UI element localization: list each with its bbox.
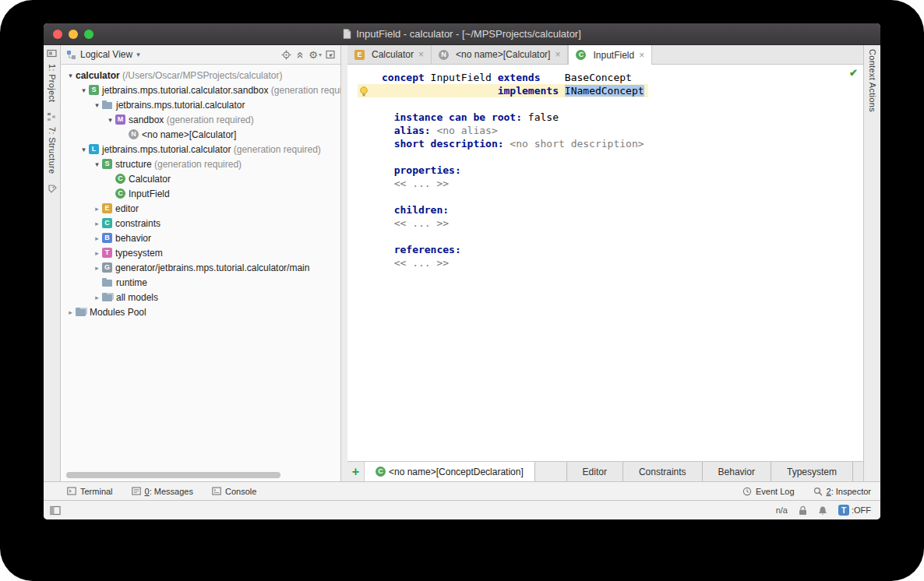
tree-item[interactable]: ▸Eeditor [61,201,340,216]
folder-icon [102,278,113,287]
inspection-ok-icon[interactable]: ✔ [849,67,858,79]
typesystem-status-toggle[interactable]: T :OFF [838,505,871,516]
close-icon[interactable]: × [639,50,644,61]
code-line[interactable]: short description: <no short description… [347,137,863,150]
collapse-arrow-icon[interactable]: ▾ [92,160,102,168]
zoom-window-button[interactable] [84,30,93,39]
collapse-all-icon[interactable] [295,50,305,59]
code-line[interactable] [347,190,863,203]
tree-item[interactable]: CCalculator [61,171,340,186]
aspect-tab-constraints[interactable]: Constraints [622,462,702,481]
tree-item[interactable]: ▸Modules Pool [61,305,340,319]
toolwindow-button-messages[interactable]: 0: Messages [132,487,193,496]
add-aspect-button[interactable]: + [347,462,365,481]
code-line[interactable]: children: [347,203,863,217]
code-line[interactable]: concept InputField extends BaseConcept [347,71,863,84]
code-line[interactable]: references: [347,243,863,256]
toolwindow-button-context-actions[interactable]: Context Actions [868,49,877,112]
tree-item[interactable]: ▾jetbrains.mps.tutorial.calculator [61,97,340,112]
aspect-tab-editor[interactable]: Editor [566,462,622,481]
tree-item[interactable]: N<no name>[Calculator] [61,127,340,142]
tree-item[interactable]: ▸Ttypesystem [61,245,340,260]
toolwindow-switcher-icon[interactable] [50,505,61,516]
code-line[interactable] [347,230,863,243]
toolwindow-button-console[interactable]: Console [212,487,256,496]
structure-toolwindow-icon[interactable] [47,112,57,121]
code-line[interactable]: << ... >> [347,217,863,230]
horizontal-scrollbar-thumb[interactable] [66,472,280,478]
node-icon: N [129,129,139,139]
console-icon [212,487,221,495]
toolwindow-button-event-log[interactable]: Event Log [742,487,795,496]
collapse-arrow-icon[interactable]: ▾ [65,72,76,79]
toolwindow-button-inspector[interactable]: 2: Inspector [813,487,871,496]
tree-item[interactable]: ▾calculator (/Users/Oscar/MPSProjects/ca… [61,68,340,83]
tree-item[interactable]: ▸Bbehavior [61,231,340,245]
close-icon[interactable]: × [555,49,560,60]
expand-arrow-icon[interactable]: ▸ [65,308,76,316]
write-lock-icon[interactable] [799,505,807,516]
close-icon[interactable]: × [418,49,424,60]
concept-editor[interactable]: concept InputField extends BaseConcept i… [347,65,863,461]
expand-arrow-icon[interactable]: ▸ [92,294,102,301]
expand-arrow-icon[interactable]: ▸ [92,234,102,242]
node-tab-concept-declaration[interactable]: C <no name>[ConceptDeclaration] [365,462,535,481]
code-line[interactable]: properties: [347,164,863,177]
code-line[interactable] [347,97,863,111]
intention-bulb-icon[interactable] [359,86,369,97]
tree-item[interactable]: CInputField [61,186,340,201]
tab-inputfield[interactable]: C InputField × [568,45,652,65]
aspect-tab-stub[interactable] [852,462,863,481]
chevron-down-icon[interactable]: ▾ [136,51,140,58]
code-line[interactable]: instance can be root: false [347,111,863,124]
project-tree[interactable]: ▾calculator (/Users/Oscar/MPSProjects/ca… [61,65,340,481]
code-line[interactable] [347,150,863,164]
close-window-button[interactable] [53,30,62,39]
tree-item[interactable]: ▾Sjetbrains.mps.tutorial.calculator.sand… [61,83,340,97]
concept-icon: C [115,188,125,199]
collapse-arrow-icon[interactable]: ▾ [105,116,115,124]
hide-panel-icon[interactable] [326,50,335,59]
settings-gear-icon[interactable]: ⚙▾ [309,49,322,61]
view-selector-label[interactable]: Logical View [80,49,132,60]
code-line[interactable]: << ... >> [347,177,863,190]
project-toolwindow-icon[interactable] [47,49,57,58]
toolwindow-button-terminal[interactable]: Terminal [67,487,113,496]
bookmark-tag-icon[interactable] [48,185,57,194]
tree-item[interactable]: ▾Ljetbrains.mps.tutorial.calculator (gen… [61,142,340,157]
memory-indicator[interactable]: n/a [776,505,788,515]
notifications-bell-icon[interactable] [818,505,827,516]
collapse-arrow-icon[interactable]: ▾ [92,101,102,109]
selected-cell[interactable]: INamedConcept [565,85,644,97]
tree-item[interactable]: ▸Ggenerator/jetbrains.mps.tutorial.calcu… [61,260,340,275]
collapse-arrow-icon[interactable]: ▾ [79,86,89,94]
editor-declaration-icon: E [354,50,365,60]
expand-arrow-icon[interactable]: ▸ [92,220,102,227]
tab-no-name-calculator[interactable]: N <no name>[Calculator] × [432,45,568,64]
toolwindow-button-structure[interactable]: 7: Structure [48,127,57,174]
tree-item[interactable]: ▸all models [61,290,340,305]
tree-item[interactable]: runtime [61,275,340,290]
collapse-arrow-icon[interactable]: ▾ [79,146,89,153]
keyword-text: alias: [382,125,431,136]
solution-icon: S [89,85,99,95]
expand-arrow-icon[interactable]: ▸ [92,205,102,213]
code-area[interactable]: concept InputField extends BaseConcept i… [347,65,863,461]
tree-item[interactable]: ▸Cconstraints [61,216,340,231]
aspect-tab-behavior[interactable]: Behavior [702,462,771,481]
tree-item[interactable]: ▾Sstructure (generation required) [61,157,340,171]
minimize-window-button[interactable] [69,30,78,39]
code-line[interactable]: alias: <no alias> [347,124,863,137]
tree-item-label: all models [116,292,158,303]
tree-item[interactable]: ▾Msandbox (generation required) [61,112,340,127]
toolwindow-button-project[interactable]: 1: Project [48,64,57,102]
aspect-tab-typesystem[interactable]: Typesystem [771,462,852,481]
navigate-to-source-icon[interactable] [281,50,291,60]
tab-calculator[interactable]: E Calculator × [347,45,432,64]
code-line[interactable]: << ... >> [347,256,863,269]
pane-splitter[interactable] [341,45,347,481]
title-bar[interactable]: InputField - calculator - [~/MPSProjects… [44,23,880,45]
code-line[interactable]: implements INamedConcept [347,84,863,97]
expand-arrow-icon[interactable]: ▸ [92,249,102,257]
expand-arrow-icon[interactable]: ▸ [92,264,102,272]
